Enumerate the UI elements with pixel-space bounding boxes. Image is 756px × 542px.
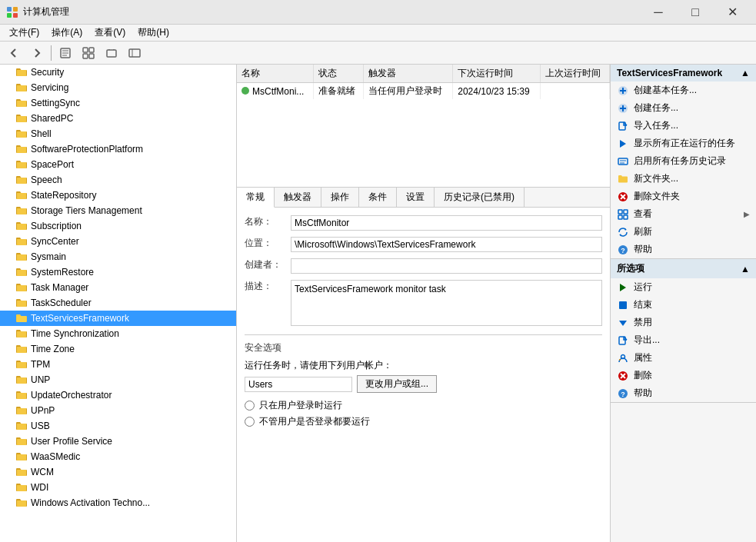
location-input[interactable]: [291, 237, 602, 252]
tree-item-synccenter[interactable]: SyncCenter: [0, 234, 236, 249]
action-item-0-3[interactable]: 显示所有正在运行的任务: [611, 135, 756, 152]
tree-item-upnp[interactable]: UPnP: [0, 403, 236, 418]
action-item-1-3[interactable]: 导出...: [611, 331, 756, 349]
tree-item-sharedpc[interactable]: SharedPC: [0, 111, 236, 126]
toolbar-forward[interactable]: [26, 43, 48, 63]
menu-file[interactable]: 文件(F): [3, 25, 45, 41]
radio-login-only[interactable]: [245, 401, 255, 411]
author-value: [291, 258, 602, 274]
tree-item-servicing[interactable]: Servicing: [0, 80, 236, 95]
tab-conditions[interactable]: 条件: [359, 188, 397, 207]
tab-history[interactable]: 历史记录(已禁用): [435, 188, 525, 207]
tree-item-wdi[interactable]: WDI: [0, 480, 236, 495]
toolbar-btn2[interactable]: [78, 43, 99, 63]
action-item-1-4[interactable]: 属性: [611, 349, 756, 367]
tree-item-time-synchronization[interactable]: Time Synchronization: [0, 326, 236, 341]
col-name[interactable]: 名称: [237, 65, 314, 83]
action-item-1-6[interactable]: ? 帮助: [611, 384, 756, 402]
tree-item-textservicesframework[interactable]: TextServicesFramework: [0, 311, 236, 326]
action-item-0-7[interactable]: 查看 ▶: [611, 205, 756, 223]
tab-triggers[interactable]: 触发器: [275, 188, 321, 207]
action-item-0-6[interactable]: 删除文件夹: [611, 188, 756, 205]
tree-item-storage-tiers-management[interactable]: Storage Tiers Management: [0, 203, 236, 218]
desc-textarea[interactable]: [291, 280, 602, 326]
action-item-1-0[interactable]: 运行: [611, 278, 756, 296]
tree-item-systemrestore[interactable]: SystemRestore: [0, 264, 236, 280]
tree-item-tpm[interactable]: TPM: [0, 357, 236, 372]
tree-item-label: Storage Tiers Management: [31, 205, 142, 216]
tab-actions[interactable]: 操作: [321, 188, 359, 207]
tree-item-spaceport[interactable]: SpacePort: [0, 157, 236, 172]
col-last-run[interactable]: 上次运行时间: [540, 65, 610, 83]
action-label-0-6: 删除文件夹: [634, 190, 750, 203]
col-status[interactable]: 状态: [314, 65, 364, 83]
menu-view[interactable]: 查看(V): [88, 25, 132, 41]
tab-general[interactable]: 常规: [237, 188, 275, 208]
user-account-input[interactable]: [245, 377, 352, 392]
toolbar-back[interactable]: [3, 43, 25, 63]
action-item-0-4[interactable]: 启用所有任务历史记录: [611, 152, 756, 170]
tree-item-taskscheduler[interactable]: TaskScheduler: [0, 295, 236, 311]
col-next-run[interactable]: 下次运行时间: [453, 65, 540, 83]
svg-rect-8: [83, 48, 88, 52]
tree-item-security[interactable]: Security: [0, 65, 236, 80]
action-item-0-1[interactable]: 创建任务...: [611, 99, 756, 117]
change-user-button[interactable]: 更改用户或组...: [357, 375, 437, 393]
toolbar-btn4[interactable]: [124, 43, 145, 63]
action-item-1-5[interactable]: 删除: [611, 367, 756, 384]
section-collapse-0[interactable]: ▲: [741, 68, 750, 78]
tree-item-task-manager[interactable]: Task Manager: [0, 280, 236, 295]
action-label-1-1: 结束: [634, 298, 750, 311]
tab-settings[interactable]: 设置: [397, 188, 435, 207]
table-row[interactable]: MsCtfMoni... 准备就绪 当任何用户登录时 2024/10/23 15…: [237, 83, 610, 100]
tree-item-label: TaskScheduler: [31, 298, 92, 308]
action-item-0-9[interactable]: ? 帮助: [611, 241, 756, 258]
folder-icon: [15, 497, 28, 509]
tree-item-shell[interactable]: Shell: [0, 126, 236, 141]
tree-item-subscription[interactable]: Subscription: [0, 218, 236, 234]
svg-rect-15: [129, 49, 140, 57]
tree-item-speech[interactable]: Speech: [0, 172, 236, 188]
tree-item-softwareprotectionplatform[interactable]: SoftwareProtectionPlatform: [0, 141, 236, 157]
toolbar-btn1[interactable]: [55, 43, 76, 63]
action-item-0-0[interactable]: 创建基本任务...: [611, 81, 756, 99]
minimize-button[interactable]: ─: [641, 0, 676, 25]
close-button[interactable]: ✕: [714, 0, 750, 25]
name-input[interactable]: [291, 215, 602, 231]
security-section: 安全选项 运行任务时，请使用下列用户帐户： 更改用户或组... 只在用户登录时运…: [245, 334, 602, 428]
tree-item-settingsync[interactable]: SettingSync: [0, 95, 236, 111]
maximize-button[interactable]: □: [678, 0, 713, 25]
tree-item-updateorchestrator[interactable]: UpdateOrchestrator: [0, 387, 236, 403]
action-item-1-1[interactable]: 结束: [611, 296, 756, 314]
svg-rect-12: [107, 50, 116, 57]
folder-icon: [15, 204, 28, 217]
author-input[interactable]: [291, 258, 602, 274]
action-icon-1-5: [617, 370, 629, 382]
tree-item-waasmedic[interactable]: WaaSMedic: [0, 449, 236, 464]
tree-item-label: SyncCenter: [31, 236, 79, 247]
action-item-0-8[interactable]: 刷新: [611, 223, 756, 241]
menu-action[interactable]: 操作(A): [45, 25, 88, 41]
window-title: 计算机管理: [23, 5, 69, 18]
action-label-0-0: 创建基本任务...: [634, 84, 750, 97]
title-bar-controls: ─ □ ✕: [641, 0, 750, 25]
action-label-1-4: 属性: [634, 351, 750, 364]
desc-label: 描述：: [245, 280, 291, 293]
tree-item-sysmain[interactable]: Sysmain: [0, 249, 236, 264]
action-item-1-2[interactable]: 禁用: [611, 314, 756, 331]
action-item-0-2[interactable]: 导入任务...: [611, 117, 756, 135]
tree-item-time-zone[interactable]: Time Zone: [0, 341, 236, 357]
section-collapse-1[interactable]: ▲: [741, 264, 750, 274]
tree-item-wcm[interactable]: WCM: [0, 464, 236, 480]
tree-item-windows-activation-techno...[interactable]: Windows Activation Techno...: [0, 495, 236, 510]
action-item-0-5[interactable]: 新文件夹...: [611, 170, 756, 188]
radio-always-run[interactable]: [245, 417, 255, 427]
col-trigger[interactable]: 触发器: [364, 65, 453, 83]
tree-item-usb[interactable]: USB: [0, 418, 236, 434]
tree-item-staterepository[interactable]: StateRepository: [0, 188, 236, 203]
menu-help[interactable]: 帮助(H): [132, 25, 175, 41]
tree-item-user-profile-service[interactable]: User Profile Service: [0, 434, 236, 449]
tree-item-label: Time Synchronization: [31, 328, 119, 339]
toolbar-btn3[interactable]: [101, 43, 122, 63]
tree-item-unp[interactable]: UNP: [0, 372, 236, 387]
